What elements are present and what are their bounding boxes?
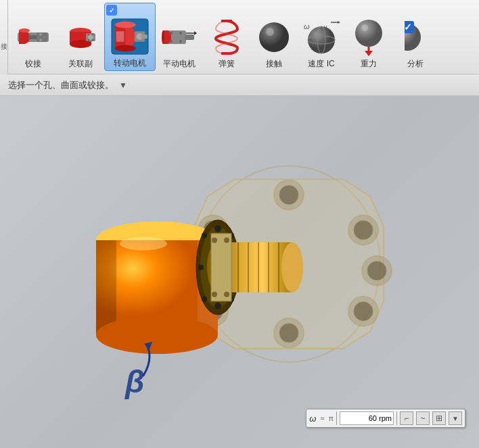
svg-rect-25 xyxy=(116,31,124,41)
svg-point-35 xyxy=(170,40,173,43)
svg-rect-74 xyxy=(96,240,116,335)
jiaojie-label: 铰接 xyxy=(25,59,41,68)
svg-point-98 xyxy=(212,238,217,243)
svg-point-57 xyxy=(279,185,298,204)
svg-point-85 xyxy=(202,296,207,302)
pingdong-icon xyxy=(160,18,198,56)
omega-symbol: ω xyxy=(309,413,316,424)
tanhuang-icon xyxy=(208,18,246,56)
svg-point-76 xyxy=(96,316,218,354)
svg-rect-38 xyxy=(221,52,232,55)
svg-point-30 xyxy=(162,30,164,44)
svg-marker-51 xyxy=(365,51,373,56)
svg-point-61 xyxy=(367,261,386,280)
svg-rect-5 xyxy=(37,32,47,42)
svg-point-39 xyxy=(259,22,289,52)
svg-point-99 xyxy=(224,238,229,243)
viewport: β ω ≈ π ⌐ ~ ⊞ ▼ xyxy=(0,96,479,448)
svg-point-65 xyxy=(279,323,298,342)
svg-rect-97 xyxy=(211,233,231,301)
svg-marker-46 xyxy=(338,21,340,24)
svg-point-21 xyxy=(115,45,136,51)
toolbar-item-jiaojie[interactable]: 铰接 xyxy=(9,3,57,71)
rpm-tilde: ≈ xyxy=(320,414,324,422)
rpm-pi: π xyxy=(328,414,334,422)
svg-point-16 xyxy=(92,39,94,41)
rpm-input[interactable] xyxy=(340,411,394,425)
svg-rect-4 xyxy=(28,35,38,39)
svg-text:ω: ω xyxy=(304,22,310,30)
svg-point-49 xyxy=(361,24,368,31)
fenxi-label: 分析 xyxy=(407,59,424,68)
selected-check-icon xyxy=(106,5,117,16)
svg-text:✓: ✓ xyxy=(405,22,412,32)
rpm-separator-1 xyxy=(336,411,337,425)
toolbar-item-jiechu[interactable]: 接触 xyxy=(250,3,298,71)
svg-point-20 xyxy=(115,21,136,28)
jiechu-icon xyxy=(255,18,293,56)
svg-text:β: β xyxy=(124,364,145,399)
svg-point-89 xyxy=(281,242,303,292)
svg-rect-2 xyxy=(19,30,24,44)
rpm-btn-dropdown[interactable]: ▼ xyxy=(449,411,462,425)
svg-rect-24 xyxy=(141,35,147,39)
svg-point-101 xyxy=(224,292,229,297)
status-bar: 选择一个孔、曲面或铰接。 ▼ xyxy=(0,74,479,96)
toolbar-item-pingdong[interactable]: 平动电机 xyxy=(156,3,203,71)
model-area: β xyxy=(39,122,404,422)
toolbar: 铰接 关联副 xyxy=(0,0,479,74)
svg-point-100 xyxy=(212,292,217,297)
rpm-control-bar: ω ≈ π ⌐ ~ ⊞ ▼ xyxy=(306,409,465,428)
jiaojie-icon xyxy=(14,18,52,56)
jiechu-label: 接触 xyxy=(266,59,282,68)
rpm-btn-wave[interactable]: ~ xyxy=(416,411,430,425)
guanlianfu-icon xyxy=(62,18,99,56)
status-text: 选择一个孔、曲面或铰接。 xyxy=(8,79,114,91)
svg-point-63 xyxy=(354,302,373,321)
svg-point-48 xyxy=(355,20,382,47)
rpm-separator-2 xyxy=(396,411,397,425)
svg-point-87 xyxy=(202,233,207,238)
zhongli-icon xyxy=(350,18,388,56)
svg-point-80 xyxy=(214,225,221,232)
sudu-label: 速度 IC xyxy=(308,59,334,68)
svg-point-36 xyxy=(179,40,182,43)
svg-point-14 xyxy=(92,33,94,35)
toolbar-item-zhuandong[interactable]: 转动电机 xyxy=(104,3,156,71)
fenxi-icon: ✓ xyxy=(396,18,434,56)
toolbar-item-guanlianfu[interactable]: 关联副 xyxy=(57,3,104,71)
rpm-btn-grid[interactable]: ⊞ xyxy=(432,411,446,425)
svg-point-59 xyxy=(354,221,373,240)
svg-marker-32 xyxy=(194,31,197,35)
svg-point-41 xyxy=(308,26,335,53)
tanhuang-label: 弹簧 xyxy=(219,59,235,68)
svg-point-7 xyxy=(39,39,42,41)
svg-point-84 xyxy=(214,303,221,309)
zhongli-label: 重力 xyxy=(361,59,377,68)
svg-rect-37 xyxy=(221,20,232,22)
svg-point-34 xyxy=(179,32,182,35)
left-toolbar-partial[interactable]: 接 xyxy=(0,0,8,74)
toolbar-item-zhongli[interactable]: 重力 xyxy=(345,3,392,71)
toolbar-item-tanhuang[interactable]: 弹簧 xyxy=(203,3,250,71)
sudu-icon: ω v xyxy=(302,18,340,56)
svg-point-15 xyxy=(88,39,90,41)
svg-point-33 xyxy=(170,32,173,35)
guanlianfu-label: 关联副 xyxy=(68,59,93,68)
svg-point-13 xyxy=(88,33,90,35)
svg-point-6 xyxy=(39,33,42,36)
status-dropdown[interactable]: ▼ xyxy=(119,81,127,90)
toolbar-item-sudu[interactable]: ω v 速度 IC xyxy=(298,3,345,71)
svg-rect-27 xyxy=(185,35,194,40)
svg-point-86 xyxy=(198,265,204,270)
zhuandong-label: 转动电机 xyxy=(114,58,146,68)
svg-point-77 xyxy=(120,237,167,250)
zhuandong-icon xyxy=(111,18,149,55)
pingdong-label: 平动电机 xyxy=(163,59,196,68)
rpm-btn-constant[interactable]: ⌐ xyxy=(400,411,413,425)
toolbar-item-fenxi[interactable]: ✓ 分析 xyxy=(392,3,438,71)
svg-point-3 xyxy=(19,28,30,32)
svg-point-40 xyxy=(266,28,274,36)
svg-text:v: v xyxy=(324,24,327,30)
